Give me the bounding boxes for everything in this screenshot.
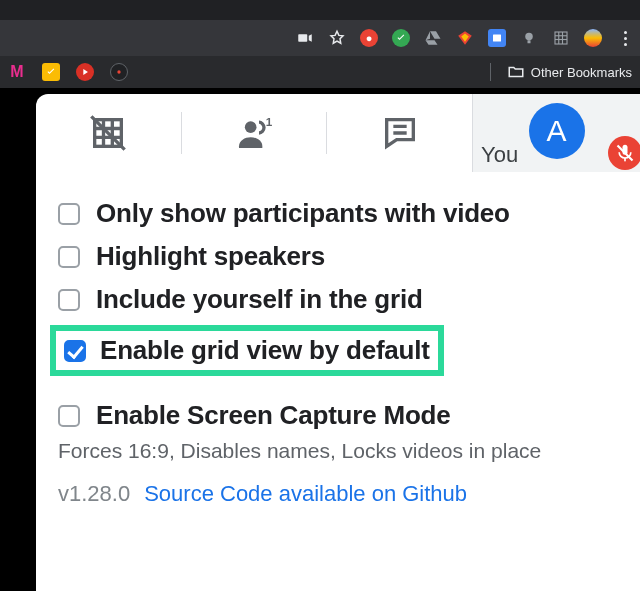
source-code-link[interactable]: Source Code available on Github xyxy=(144,481,467,507)
chrome-toolbar: ● xyxy=(0,20,640,56)
option-only-video[interactable]: Only show participants with video xyxy=(58,192,622,235)
other-bookmarks-button[interactable]: Other Bookmarks xyxy=(490,63,632,81)
checkbox-checked[interactable] xyxy=(64,340,86,362)
svg-rect-4 xyxy=(555,32,567,44)
svg-rect-0 xyxy=(298,34,307,42)
checkbox[interactable] xyxy=(58,405,80,427)
bookmark-item-m[interactable]: M xyxy=(8,63,26,81)
self-video-tile[interactable]: A You xyxy=(472,94,640,172)
svg-point-9 xyxy=(117,70,120,73)
option-include-self[interactable]: Include yourself in the grid xyxy=(58,278,622,321)
tab-people[interactable]: 1 xyxy=(182,94,327,172)
folder-icon xyxy=(507,63,525,81)
people-icon: 1 xyxy=(234,113,274,153)
checkbox[interactable] xyxy=(58,203,80,225)
checkbox[interactable] xyxy=(58,289,80,311)
svg-text:1: 1 xyxy=(266,115,273,128)
profile-avatar-icon[interactable] xyxy=(584,29,602,47)
chat-icon xyxy=(380,113,420,153)
extension-popup-panel: 1 A You Only show participants with vide xyxy=(36,94,640,591)
svg-point-2 xyxy=(525,33,533,41)
bookmark-item-yellow[interactable] xyxy=(42,63,60,81)
chrome-tab-strip xyxy=(0,0,640,20)
avatar-initial: A xyxy=(547,114,567,148)
extension-icon-blue[interactable] xyxy=(488,29,506,47)
highlighted-option: Enable grid view by default xyxy=(50,325,444,376)
bookmark-item-dark-circle[interactable] xyxy=(110,63,128,81)
option-description: Forces 16:9, Disables names, Locks video… xyxy=(58,439,622,463)
option-highlight-speakers[interactable]: Highlight speakers xyxy=(58,235,622,278)
svg-rect-3 xyxy=(528,40,531,43)
version-label: v1.28.0 xyxy=(58,481,130,507)
other-bookmarks-label: Other Bookmarks xyxy=(531,65,632,80)
option-label: Highlight speakers xyxy=(96,241,325,272)
svg-rect-1 xyxy=(493,35,501,42)
svg-point-16 xyxy=(245,121,257,133)
option-label: Only show participants with video xyxy=(96,198,510,229)
avatar: A xyxy=(529,103,585,159)
option-screen-capture[interactable]: Enable Screen Capture Mode xyxy=(58,394,622,437)
svg-rect-20 xyxy=(624,158,626,161)
checkbox[interactable] xyxy=(58,246,80,268)
drive-icon[interactable] xyxy=(424,29,442,47)
grid-off-icon xyxy=(88,113,128,153)
extension-icon-red[interactable]: ● xyxy=(360,29,378,47)
option-label: Enable Screen Capture Mode xyxy=(96,400,451,431)
chrome-menu-button[interactable] xyxy=(616,31,634,46)
extension-icon-grid[interactable] xyxy=(552,29,570,47)
tab-grid-disabled[interactable] xyxy=(36,94,181,172)
camera-icon[interactable] xyxy=(296,29,314,47)
bookmarks-divider xyxy=(490,63,491,81)
extension-icon-bulb[interactable] xyxy=(520,29,538,47)
mic-off-icon xyxy=(615,143,635,163)
self-label: You xyxy=(481,142,518,168)
tab-chat[interactable] xyxy=(327,94,472,172)
extension-icon-superman[interactable] xyxy=(456,29,474,47)
bookmarks-bar: M Other Bookmarks xyxy=(0,56,640,88)
bookmark-star-icon[interactable] xyxy=(328,29,346,47)
extension-icon-green[interactable] xyxy=(392,29,410,47)
bookmark-item-red-circle[interactable] xyxy=(76,63,94,81)
option-label: Include yourself in the grid xyxy=(96,284,423,315)
option-label: Enable grid view by default xyxy=(100,335,430,366)
mic-muted-badge[interactable] xyxy=(608,136,640,170)
